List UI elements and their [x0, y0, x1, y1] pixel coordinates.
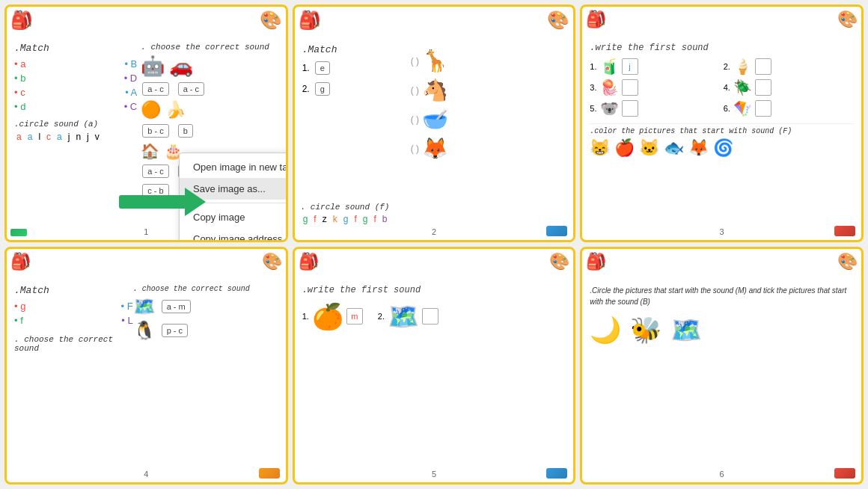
- letter-box-3: [622, 79, 638, 96]
- match-right-B: • B: [124, 58, 137, 70]
- car-img: 🚗: [169, 55, 193, 78]
- match-item-a: • a • B: [14, 58, 137, 70]
- paren-1: ( ): [411, 56, 419, 67]
- write-item-5-1: 1. 🍊 m: [302, 301, 363, 331]
- am-box: a - m: [162, 300, 191, 313]
- paren-4: ( ): [411, 144, 419, 154]
- orange-img: 🍊: [312, 301, 343, 331]
- match-title-2: .Match: [302, 44, 408, 55]
- card-3: 🎒 🎨 .write the first sound 1. 🧃 j 2. 🍦 3…: [580, 4, 864, 242]
- circle-title-1: .circle sound (a): [14, 120, 137, 129]
- giraffe-img: 🦒: [422, 49, 448, 73]
- palette-icon-3: 🎨: [837, 10, 858, 29]
- write-item-5-2: 2. 🗺️: [378, 301, 438, 331]
- wi-num-5: 5.: [590, 104, 596, 113]
- koala-img: 🐨: [600, 99, 619, 117]
- wi-num-2: 2.: [724, 62, 730, 71]
- fox2-img: 🦊: [688, 138, 709, 158]
- cl-j2: j: [85, 131, 91, 143]
- palette-icon-2: 🎨: [547, 10, 569, 31]
- bee-img: 🐝: [630, 315, 661, 345]
- match-left-a: • a: [14, 58, 25, 70]
- wi5-num-2: 2.: [378, 312, 385, 321]
- eraser-icon-2: [546, 226, 567, 236]
- choose-title-4b: . choose the correct sound: [133, 285, 278, 293]
- letter-e-box: e: [315, 61, 330, 75]
- letter-box-5: [622, 100, 638, 117]
- match-right-C: • C: [124, 101, 138, 112]
- bug-img: 🪲: [733, 79, 752, 96]
- pencil-icon-1: [10, 229, 27, 236]
- match-section-4: .Match • g • F • f • L . choose the corr…: [14, 285, 133, 353]
- ctx-open-new-tab[interactable]: Open image in new tab: [180, 156, 288, 178]
- fish-img: 🐟: [664, 138, 684, 158]
- animals-section: ( ) 🦒 ( ) 🐴 ( ) 🥣 ( ) 🦊: [408, 44, 566, 165]
- paren-horse: ( ) 🐴: [411, 78, 566, 102]
- backpack-icon-4: 🎒: [10, 252, 31, 271]
- cl-a2: a: [25, 131, 35, 143]
- num-1-label: 1.: [302, 63, 310, 73]
- green-arrow: [117, 185, 207, 221]
- banana-img: 🍌: [165, 100, 186, 120]
- cfl-f3: f: [371, 213, 378, 225]
- paren-bowl: ( ) 🥣: [411, 107, 566, 132]
- palette-icon-4: 🎨: [262, 252, 282, 271]
- circle-section-1: .circle sound (a) a a l c a j n j v: [14, 120, 137, 143]
- cfl-g3: g: [361, 213, 370, 225]
- backpack-icon-5: 🎒: [299, 252, 319, 271]
- choose-imgs-4: . choose the correct sound 🗺️ a - m 🐧 p …: [133, 285, 278, 353]
- sound-box-ac2: a - c: [178, 82, 204, 96]
- write-grid-3: 1. 🧃 j 2. 🍦 3. 🪼 4. 🪲: [590, 58, 854, 117]
- map-img-4: 🗺️: [133, 296, 156, 317]
- letter-box-6: [755, 100, 771, 117]
- cl-c: c: [44, 131, 53, 143]
- wi-num-4: 4.: [724, 83, 730, 92]
- match-f: • f • L: [14, 315, 133, 326]
- cl-l: l: [36, 131, 43, 143]
- match-num-1: 1. e: [302, 60, 408, 76]
- eraser-icon-6: [834, 468, 855, 479]
- sound-box-b: b: [178, 124, 193, 138]
- card-number-2: 2: [432, 227, 436, 236]
- kite-img: 🪁: [733, 99, 752, 117]
- sound-box-ac1: a - c: [142, 82, 168, 96]
- write-sound-section: .write the first sound 1. 🧃 j 2. 🍦 3. 🪼: [590, 43, 854, 158]
- choose-title-1: . choose the correct sound: [141, 43, 278, 52]
- circle-title-2: . circle sound (f): [301, 203, 568, 212]
- color-pictures-3: 😸 🍎 🐱 🐟 🦊 🌀: [590, 138, 854, 158]
- palette-icon-1: 🎨: [260, 10, 282, 31]
- card-1: 🎒 🎨 .Match • a • B • b • D • c • A: [4, 4, 288, 242]
- card-2: 🎒 🎨 .Match 1. e 2. g ( ) 🦒: [293, 4, 576, 242]
- match-item-b: • b • D: [14, 73, 137, 84]
- backpack-icon-1: 🎒: [10, 10, 33, 31]
- match-title-4: .Match: [14, 285, 133, 296]
- circle-title-6: .Circle the pictures that start with the…: [590, 285, 854, 307]
- svg-marker-2: [185, 188, 206, 216]
- match-right-A: • A: [125, 87, 137, 98]
- card-number-4: 4: [144, 470, 148, 479]
- write-item-6: 6. 🪁: [724, 99, 854, 117]
- eraser-icon-3: [834, 226, 855, 236]
- cl-v: v: [93, 131, 102, 143]
- ctx-copy-address[interactable]: Copy image address: [180, 228, 288, 242]
- write-title-5: .write the first sound: [302, 285, 566, 295]
- match-left-g: • g: [14, 301, 25, 312]
- pc-box: p - c: [162, 324, 188, 337]
- palette-icon-6: 🎨: [837, 252, 858, 271]
- icecream-img: 🍦: [733, 58, 752, 76]
- write-item-4: 4. 🪲: [724, 79, 854, 96]
- cfl-g: g: [301, 213, 311, 225]
- match-title-1: .Match: [14, 43, 137, 54]
- card-number-5: 5: [432, 470, 436, 479]
- match-g: • g • F: [14, 301, 133, 312]
- bowl-img: 🥣: [422, 107, 448, 132]
- palette-icon-5: 🎨: [549, 252, 569, 271]
- letter-box-4: [755, 79, 771, 96]
- penguin-img: 🐧: [133, 320, 156, 341]
- cfl-b: b: [380, 213, 390, 225]
- paren-giraffe: ( ) 🦒: [411, 49, 566, 73]
- choose-section-4: . choose the correct sound: [14, 335, 133, 353]
- sound-row-1: a - c a - c: [141, 81, 278, 97]
- cl-a3: a: [55, 131, 64, 143]
- card-5: 🎒 🎨 .write the first sound 1. 🍊 m 2. 🗺️ …: [293, 247, 576, 485]
